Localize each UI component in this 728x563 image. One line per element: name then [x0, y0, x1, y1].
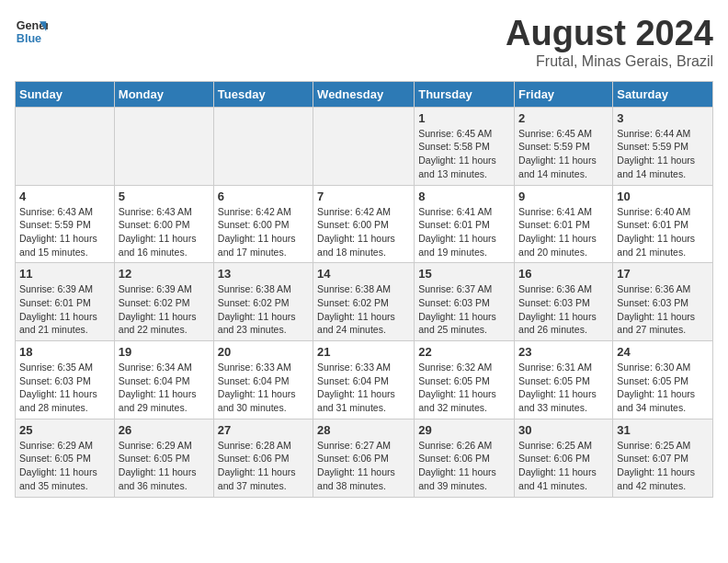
day-cell: 15Sunrise: 6:37 AM Sunset: 6:03 PM Dayli… [415, 263, 515, 341]
day-cell: 14Sunrise: 6:38 AM Sunset: 6:02 PM Dayli… [313, 263, 415, 341]
header-day-saturday: Saturday [613, 81, 713, 107]
day-info: Sunrise: 6:32 AM Sunset: 6:05 PM Dayligh… [418, 361, 510, 415]
day-number: 3 [617, 111, 709, 125]
day-cell: 5Sunrise: 6:43 AM Sunset: 6:00 PM Daylig… [114, 185, 213, 263]
day-info: Sunrise: 6:37 AM Sunset: 6:03 PM Dayligh… [418, 282, 510, 337]
logo-icon: General Blue [15, 15, 48, 48]
day-info: Sunrise: 6:30 AM Sunset: 6:05 PM Dayligh… [617, 361, 709, 415]
day-cell: 2Sunrise: 6:45 AM Sunset: 5:59 PM Daylig… [515, 107, 613, 185]
day-cell: 21Sunrise: 6:33 AM Sunset: 6:04 PM Dayli… [313, 341, 415, 419]
day-cell: 13Sunrise: 6:38 AM Sunset: 6:02 PM Dayli… [213, 263, 313, 341]
day-number: 5 [119, 190, 210, 203]
calendar-table: SundayMondayTuesdayWednesdayThursdayFrid… [15, 81, 713, 498]
day-info: Sunrise: 6:31 AM Sunset: 6:05 PM Dayligh… [518, 361, 609, 415]
week-row-1: 1Sunrise: 6:45 AM Sunset: 5:58 PM Daylig… [16, 107, 713, 185]
day-number: 24 [617, 345, 709, 359]
day-number: 9 [518, 190, 609, 203]
day-number: 13 [218, 267, 309, 281]
day-info: Sunrise: 6:45 AM Sunset: 5:59 PM Dayligh… [518, 127, 609, 181]
week-row-2: 4Sunrise: 6:43 AM Sunset: 5:59 PM Daylig… [16, 185, 713, 263]
day-number: 2 [518, 111, 609, 125]
day-info: Sunrise: 6:25 AM Sunset: 6:07 PM Dayligh… [617, 439, 709, 493]
header: General Blue August 2024 Frutal, Minas G… [15, 15, 713, 70]
day-number: 28 [317, 423, 410, 437]
day-cell: 4Sunrise: 6:43 AM Sunset: 5:59 PM Daylig… [16, 185, 115, 263]
day-number: 12 [119, 267, 210, 281]
logo: General Blue [15, 15, 48, 48]
day-number: 10 [617, 190, 709, 203]
day-info: Sunrise: 6:26 AM Sunset: 6:06 PM Dayligh… [418, 439, 510, 493]
day-cell: 23Sunrise: 6:31 AM Sunset: 6:05 PM Dayli… [515, 341, 613, 419]
day-cell: 17Sunrise: 6:36 AM Sunset: 6:03 PM Dayli… [613, 263, 713, 341]
day-cell: 12Sunrise: 6:39 AM Sunset: 6:02 PM Dayli… [114, 263, 213, 341]
day-info: Sunrise: 6:41 AM Sunset: 6:01 PM Dayligh… [418, 205, 510, 259]
day-info: Sunrise: 6:38 AM Sunset: 6:02 PM Dayligh… [218, 282, 309, 337]
day-cell: 16Sunrise: 6:36 AM Sunset: 6:03 PM Dayli… [515, 263, 613, 341]
day-info: Sunrise: 6:40 AM Sunset: 6:01 PM Dayligh… [617, 205, 709, 259]
day-cell: 28Sunrise: 6:27 AM Sunset: 6:06 PM Dayli… [313, 419, 415, 497]
header-day-wednesday: Wednesday [313, 81, 415, 107]
header-day-monday: Monday [114, 81, 213, 107]
day-info: Sunrise: 6:44 AM Sunset: 5:59 PM Dayligh… [617, 127, 709, 181]
day-number: 7 [317, 190, 410, 203]
day-number: 6 [218, 190, 309, 203]
day-info: Sunrise: 6:43 AM Sunset: 5:59 PM Dayligh… [19, 205, 110, 259]
header-day-sunday: Sunday [16, 81, 115, 107]
day-cell: 10Sunrise: 6:40 AM Sunset: 6:01 PM Dayli… [613, 185, 713, 263]
day-number: 1 [418, 111, 510, 125]
day-number: 21 [317, 345, 410, 359]
day-info: Sunrise: 6:41 AM Sunset: 6:01 PM Dayligh… [518, 205, 609, 259]
day-number: 15 [418, 267, 510, 281]
svg-text:Blue: Blue [17, 32, 41, 45]
day-number: 20 [218, 345, 309, 359]
calendar-subtitle: Frutal, Minas Gerais, Brazil [506, 53, 713, 70]
day-cell: 18Sunrise: 6:35 AM Sunset: 6:03 PM Dayli… [16, 341, 115, 419]
day-info: Sunrise: 6:42 AM Sunset: 6:00 PM Dayligh… [218, 205, 309, 259]
calendar-title: August 2024 [506, 15, 713, 53]
day-cell: 26Sunrise: 6:29 AM Sunset: 6:05 PM Dayli… [114, 419, 213, 497]
day-number: 19 [119, 345, 210, 359]
day-info: Sunrise: 6:45 AM Sunset: 5:58 PM Dayligh… [418, 127, 510, 181]
day-cell: 8Sunrise: 6:41 AM Sunset: 6:01 PM Daylig… [415, 185, 515, 263]
day-cell: 9Sunrise: 6:41 AM Sunset: 6:01 PM Daylig… [515, 185, 613, 263]
day-cell: 25Sunrise: 6:29 AM Sunset: 6:05 PM Dayli… [16, 419, 115, 497]
day-info: Sunrise: 6:27 AM Sunset: 6:06 PM Dayligh… [317, 439, 410, 493]
day-info: Sunrise: 6:34 AM Sunset: 6:04 PM Dayligh… [119, 361, 210, 415]
day-cell: 24Sunrise: 6:30 AM Sunset: 6:05 PM Dayli… [613, 341, 713, 419]
day-cell [16, 107, 115, 185]
day-info: Sunrise: 6:29 AM Sunset: 6:05 PM Dayligh… [119, 439, 210, 493]
day-number: 29 [418, 423, 510, 437]
day-cell: 20Sunrise: 6:33 AM Sunset: 6:04 PM Dayli… [213, 341, 313, 419]
day-cell: 29Sunrise: 6:26 AM Sunset: 6:06 PM Dayli… [415, 419, 515, 497]
week-row-4: 18Sunrise: 6:35 AM Sunset: 6:03 PM Dayli… [16, 341, 713, 419]
day-number: 17 [617, 267, 709, 281]
day-number: 22 [418, 345, 510, 359]
day-number: 8 [418, 190, 510, 203]
title-section: August 2024 Frutal, Minas Gerais, Brazil [506, 15, 713, 70]
day-info: Sunrise: 6:39 AM Sunset: 6:02 PM Dayligh… [119, 282, 210, 337]
day-number: 25 [19, 423, 110, 437]
day-number: 27 [218, 423, 309, 437]
day-cell: 27Sunrise: 6:28 AM Sunset: 6:06 PM Dayli… [213, 419, 313, 497]
day-cell: 3Sunrise: 6:44 AM Sunset: 5:59 PM Daylig… [613, 107, 713, 185]
day-number: 23 [518, 345, 609, 359]
day-info: Sunrise: 6:33 AM Sunset: 6:04 PM Dayligh… [218, 361, 309, 415]
day-info: Sunrise: 6:42 AM Sunset: 6:00 PM Dayligh… [317, 205, 410, 259]
header-row: SundayMondayTuesdayWednesdayThursdayFrid… [16, 81, 713, 107]
day-info: Sunrise: 6:28 AM Sunset: 6:06 PM Dayligh… [218, 439, 309, 493]
day-info: Sunrise: 6:33 AM Sunset: 6:04 PM Dayligh… [317, 361, 410, 415]
day-cell [114, 107, 213, 185]
day-info: Sunrise: 6:38 AM Sunset: 6:02 PM Dayligh… [317, 282, 410, 337]
header-day-friday: Friday [515, 81, 613, 107]
day-info: Sunrise: 6:43 AM Sunset: 6:00 PM Dayligh… [119, 205, 210, 259]
day-number: 11 [19, 267, 110, 281]
week-row-3: 11Sunrise: 6:39 AM Sunset: 6:01 PM Dayli… [16, 263, 713, 341]
day-cell: 19Sunrise: 6:34 AM Sunset: 6:04 PM Dayli… [114, 341, 213, 419]
day-number: 30 [518, 423, 609, 437]
day-info: Sunrise: 6:36 AM Sunset: 6:03 PM Dayligh… [617, 282, 709, 337]
day-cell: 7Sunrise: 6:42 AM Sunset: 6:00 PM Daylig… [313, 185, 415, 263]
day-cell: 30Sunrise: 6:25 AM Sunset: 6:06 PM Dayli… [515, 419, 613, 497]
day-cell: 6Sunrise: 6:42 AM Sunset: 6:00 PM Daylig… [213, 185, 313, 263]
day-info: Sunrise: 6:25 AM Sunset: 6:06 PM Dayligh… [518, 439, 609, 493]
day-cell: 22Sunrise: 6:32 AM Sunset: 6:05 PM Dayli… [415, 341, 515, 419]
